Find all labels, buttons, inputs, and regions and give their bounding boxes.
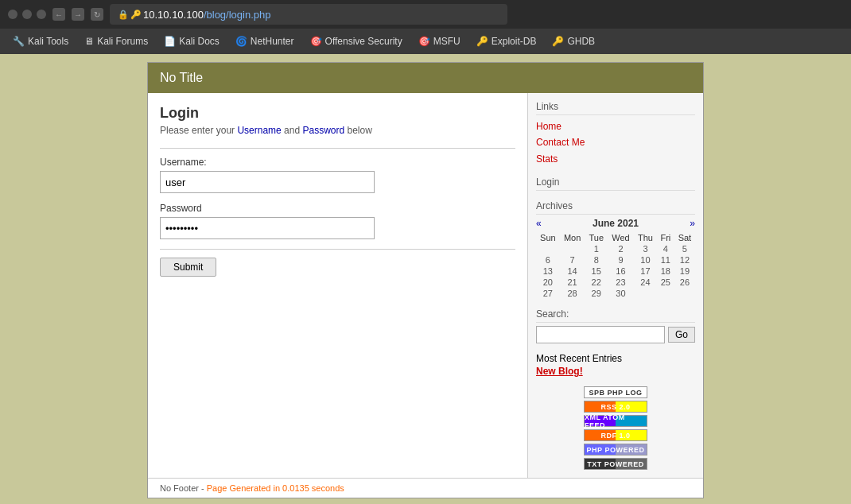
cal-cell[interactable]: 6 <box>536 254 560 266</box>
cal-cell: 9 <box>608 254 634 266</box>
sidebar-stats-link[interactable]: Stats <box>536 151 695 167</box>
reload-button[interactable]: ↻ <box>91 8 103 21</box>
sidebar-login-label: Login <box>536 176 695 191</box>
bookmark-nethunter[interactable]: 🌀 NetHunter <box>229 33 301 49</box>
cal-cell: 24 <box>634 277 657 288</box>
kali-docs-label: Kali Docs <box>179 36 220 47</box>
password-group: Password <box>160 203 515 239</box>
cal-cell: 2 <box>608 243 634 254</box>
browser-controls <box>8 10 46 19</box>
forward-button[interactable]: → <box>72 8 84 21</box>
submit-button[interactable]: Submit <box>160 258 216 277</box>
kali-docs-icon: 📄 <box>164 36 176 47</box>
cal-header-tue: Tue <box>585 232 608 243</box>
cal-cell: 18 <box>657 266 674 277</box>
divider-top <box>160 148 515 149</box>
exploit-db-label: Exploit-DB <box>492 36 537 47</box>
search-row: Go <box>536 326 695 343</box>
sidebar-contact-link[interactable]: Contact Me <box>536 134 695 150</box>
cal-cell: 23 <box>608 277 634 288</box>
password-input[interactable] <box>160 217 375 239</box>
password-label: Password <box>160 203 515 214</box>
bookmark-msfu[interactable]: 🎯 MSFU <box>412 33 467 49</box>
badge-rdf-10: RDF 1.0 <box>584 429 647 441</box>
search-button[interactable]: Go <box>668 327 695 343</box>
sidebar-login-section: Login <box>536 176 695 191</box>
maximize-dot <box>37 10 46 19</box>
bookmark-kali-tools[interactable]: 🔧 Kali Tools <box>6 33 75 49</box>
cal-cell: 27 <box>536 288 560 299</box>
blog-header: No Title <box>148 63 703 93</box>
cal-header-thu: Thu <box>634 232 657 243</box>
subtitle-password: Password <box>302 125 344 136</box>
cal-header-sat: Sat <box>674 232 695 243</box>
cal-cell: 10 <box>634 254 657 266</box>
cal-cell: 3 <box>634 243 657 254</box>
blog-footer: No Footer - Page Generated in 0.0135 sec… <box>148 478 703 498</box>
url-path: /blog/login.php <box>204 9 271 21</box>
bookmark-kali-forums[interactable]: 🖥 Kali Forums <box>78 33 154 49</box>
links-label: Links <box>536 101 695 115</box>
badge-list: SPB PHP LOG RSS 2.0 XML ATOM FEED RDF 1.… <box>536 386 695 470</box>
cal-header-wed: Wed <box>608 232 634 243</box>
cal-cell: 14 <box>560 266 585 277</box>
bookmark-kali-docs[interactable]: 📄 Kali Docs <box>157 33 226 49</box>
archives-label: Archives <box>536 200 695 215</box>
cal-header-mon: Mon <box>560 232 585 243</box>
sidebar-archives-section: Archives « June 2021 » Sun Mon Tue Wed <box>536 200 695 299</box>
sidebar-links-section: Links Home Contact Me Stats <box>536 101 695 167</box>
nethunter-label: NetHunter <box>251 36 294 47</box>
cal-row-5: 27 28 29 30 <box>536 288 695 299</box>
sidebar-home-link[interactable]: Home <box>536 118 695 134</box>
calendar-prev-button[interactable]: « <box>536 218 542 229</box>
cal-cell: 4 <box>657 243 674 254</box>
address-bar[interactable]: 🔒 🔑 10.10.10.100 /blog/login.php <box>110 4 507 25</box>
exploit-db-icon: 🔑 <box>476 36 488 47</box>
cal-cell: 25 <box>657 277 674 288</box>
lock-icon: 🔒 <box>118 10 129 20</box>
cal-cell: 21 <box>560 277 585 288</box>
badge-txt-powered: TXT POWERED <box>584 458 647 470</box>
cal-cell: 29 <box>585 288 608 299</box>
calendar-nav: « June 2021 » <box>536 218 695 229</box>
badge-php-powered: PHP POWERED <box>584 444 647 456</box>
username-label: Username: <box>160 157 515 168</box>
nethunter-icon: 🌀 <box>235 36 247 47</box>
calendar-next-button[interactable]: » <box>690 218 695 229</box>
cal-cell: 26 <box>674 277 695 288</box>
cal-cell <box>657 288 674 299</box>
badge-rss-20: RSS 2.0 <box>584 401 647 413</box>
username-group: Username: <box>160 157 515 193</box>
cal-row-2: 6 7 8 9 10 11 12 <box>536 254 695 266</box>
subtitle-username: Username <box>237 125 281 136</box>
page-content: No Title Login Please enter your Usernam… <box>0 62 851 504</box>
cal-header-sun: Sun <box>536 232 560 243</box>
kali-tools-icon: 🔧 <box>13 36 25 47</box>
kali-tools-label: Kali Tools <box>28 36 68 47</box>
ghdb-icon: 🔑 <box>552 36 564 47</box>
cal-cell: 16 <box>608 266 634 277</box>
cal-cell[interactable]: 7 <box>560 254 585 266</box>
cal-cell: 8 <box>585 254 608 266</box>
bookmark-ghdb[interactable]: 🔑 GHDB <box>546 33 601 49</box>
bookmark-offensive-security[interactable]: 🎯 Offensive Security <box>304 33 409 49</box>
cal-cell[interactable]: 19 <box>674 266 695 277</box>
username-input[interactable] <box>160 171 375 193</box>
new-blog-link[interactable]: New Blog! <box>536 366 695 377</box>
blog-body: Login Please enter your Username and Pas… <box>148 93 703 478</box>
back-button[interactable]: ← <box>52 8 65 21</box>
cal-row-4: 20 21 22 23 24 25 26 <box>536 277 695 288</box>
cal-cell[interactable]: 12 <box>674 254 695 266</box>
sidebar-recent-section: Most Recent Entries New Blog! <box>536 353 695 377</box>
cal-cell <box>674 288 695 299</box>
divider-bottom <box>160 249 515 250</box>
search-input[interactable] <box>536 326 665 343</box>
footer-generated: Page Generated in 0.0135 seconds <box>207 483 344 493</box>
bookmark-exploit-db[interactable]: 🔑 Exploit-DB <box>470 33 543 49</box>
url-base: 10.10.10.100 <box>143 9 204 21</box>
sidebar: Links Home Contact Me Stats Login Archiv… <box>528 93 703 478</box>
cal-cell: 1 <box>585 243 608 254</box>
badge-spb-php-log: SPB PHP LOG <box>584 386 647 398</box>
bookmarks-bar: 🔧 Kali Tools 🖥 Kali Forums 📄 Kali Docs 🌀… <box>0 29 851 54</box>
cal-cell: 30 <box>608 288 634 299</box>
